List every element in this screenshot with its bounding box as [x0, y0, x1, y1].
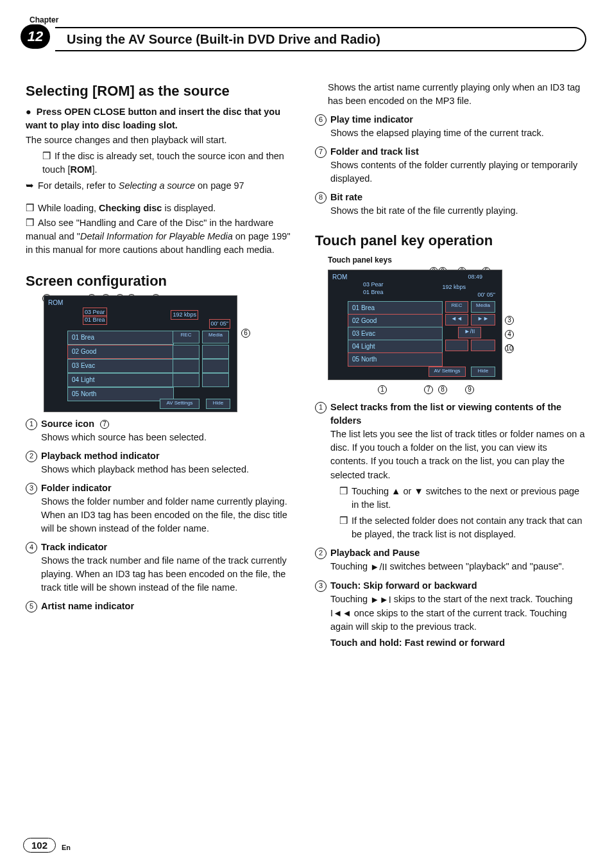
page-number: 102 — [23, 838, 56, 853]
ss-btn — [173, 359, 200, 373]
heading-screen-config: Screen configuration — [26, 271, 297, 291]
skip-back-icon: I◄◄ — [330, 607, 352, 620]
num-circle-1: 1 — [315, 402, 327, 413]
text-pre: Touching — [330, 561, 370, 571]
item-desc: Shows contents of the folder currently p… — [330, 159, 586, 186]
ss-btn — [173, 373, 200, 387]
ss-media-btn: Media — [202, 331, 229, 343]
note-1: While loading, Checking disc is displaye… — [26, 202, 297, 215]
item-body: Select tracks from the list or viewing c… — [330, 401, 586, 541]
ss-track-row: 05 North — [67, 387, 174, 401]
ss-next-btn — [202, 345, 229, 359]
item-body: Track indicator Shows the track number a… — [41, 541, 297, 595]
item-desc: Shows which source has been selected. — [41, 431, 297, 444]
ss-track-row: 04 Light — [67, 373, 174, 387]
ss-rec-btn: REC — [173, 331, 200, 343]
item-title: Playback method indicator — [41, 449, 297, 463]
page-up-icon: ▲ — [391, 485, 400, 498]
num-circle-8: 8 — [315, 192, 327, 204]
item-6: 6 Play time indicator Shows the elapsed … — [315, 113, 586, 140]
op1-sub2: If the selected folder does not contain … — [330, 514, 586, 541]
text: Touching ▲ or ▼ switches to the next or … — [352, 485, 586, 512]
ss-clock: 08:49 — [468, 273, 482, 281]
square-bullet-icon — [26, 203, 38, 213]
text: is displayed. — [162, 203, 216, 213]
item-title: Select tracks from the list or viewing c… — [330, 401, 586, 428]
ss-track-row: 01 Brea — [348, 301, 443, 315]
text: on page 97 — [195, 180, 244, 191]
op-1: 1 Select tracks from the list or viewing… — [315, 401, 586, 541]
item-title: Playback and Pause — [330, 546, 586, 560]
skip-forward-icon: ►►I — [370, 593, 391, 607]
num-circle-3: 3 — [315, 580, 327, 592]
left-column: Selecting [ROM] as the source Press OPEN… — [26, 81, 297, 650]
num-circle-4: 4 — [26, 542, 37, 553]
screenshot-1: ROM 03 Pear 01 Brea 192 kbps 00' 05" 01 … — [44, 295, 237, 412]
text: ]. — [92, 164, 97, 175]
item-desc: Shows the bit rate of the file currently… — [330, 204, 586, 218]
item-body: Bit rate Shows the bit rate of the file … — [330, 191, 586, 218]
ref-italic: Selecting a source — [119, 180, 195, 191]
text: If the selected folder does not contain … — [352, 514, 586, 541]
step-bullet: Press OPEN CLOSE button and insert the d… — [26, 107, 280, 130]
ss-top2: 01 Brea — [83, 315, 107, 325]
screenshot-wrap-1: 1 3 4 5 8 2 6 7 ROM 03 Pear 01 Brea 192 … — [26, 295, 297, 412]
ss-kbps: 192 kbps — [171, 310, 198, 320]
text: While loading, — [38, 203, 99, 213]
callout-10: 10 — [505, 344, 514, 353]
num-circle-7: 7 — [315, 146, 327, 158]
ss-prev-btn — [173, 345, 200, 359]
text-pre: Touching — [352, 486, 391, 496]
num-circle-5: 5 — [26, 601, 37, 612]
ss-time: 00' 05" — [478, 291, 495, 299]
lang-label: En — [62, 844, 71, 851]
ss-rec-btn: REC — [445, 301, 468, 313]
item-title: Bit rate — [330, 191, 586, 204]
item-title: Source icon — [41, 417, 297, 431]
item-desc: The list lets you see the list of track … — [330, 428, 586, 482]
item-2: 2 Playback method indicator Shows which … — [26, 449, 297, 476]
ss-btn — [202, 373, 229, 387]
item-5: 5 Artist name indicator — [26, 600, 297, 613]
item-body: Playback and Pause Touching ►/II switche… — [330, 546, 586, 574]
ss-av-btn: AV Settings — [160, 399, 200, 409]
arrow-icon — [26, 180, 38, 191]
text-post: switches between "playback" and "pause". — [387, 561, 565, 571]
step-1-sub: If the disc is already set, touch the so… — [42, 150, 297, 177]
play-pause-icon: ►/II — [370, 560, 387, 574]
item-8: 8 Bit rate Shows the bit rate of the fil… — [315, 191, 586, 218]
chapter-label: Chapter — [26, 15, 586, 24]
ss-play-icon: ►/II — [458, 327, 481, 338]
item-title: Touch: Skip forward or backward — [330, 579, 586, 593]
item-title: Folder indicator — [41, 482, 297, 495]
callout-7: 7 — [100, 420, 109, 429]
chapter-title-wrap: Using the AV Source (Built-in DVD Drive … — [55, 27, 586, 51]
num-circle-2: 2 — [26, 451, 37, 462]
ss-btn — [202, 359, 229, 373]
square-bullet-icon — [26, 218, 38, 228]
callout-3b: 3 — [505, 316, 514, 325]
op-3: 3 Touch: Skip forward or backward Touchi… — [315, 579, 586, 650]
content-columns: Selecting [ROM] as the source Press OPEN… — [26, 81, 586, 650]
ss-track-row: 05 North — [348, 352, 443, 367]
touch-panel-keys-label: Touch panel keys — [328, 255, 586, 266]
chapter-bar: 12 Using the AV Source (Built-in DVD Dri… — [26, 27, 586, 51]
text-pre: Touching — [330, 594, 370, 604]
ss-btn — [471, 340, 495, 351]
chapter-title: Using the AV Source (Built-in DVD Drive … — [67, 32, 380, 47]
artist-continuation: Shows the artist name currently playing … — [328, 81, 586, 108]
item-title: Artist name indicator — [41, 600, 297, 613]
heading-text-post: ] as the source — [130, 83, 230, 99]
step-1-body: The source changes and then playback wil… — [26, 134, 297, 147]
num-circle-6: 6 — [315, 114, 327, 126]
ss-next-icon: ►► — [471, 314, 495, 326]
right-column: Shows the artist name currently playing … — [315, 81, 586, 650]
item-3: 3 Folder indicator Shows the folder numb… — [26, 482, 297, 535]
item-desc: Shows the track number and file name of … — [41, 554, 297, 595]
callout-4: 4 — [505, 330, 514, 339]
hold-title: Touch and hold: Fast rewind or forward — [330, 636, 586, 650]
item-desc: Touching ►►I skips to the start of the n… — [330, 593, 586, 634]
bold-text: Checking disc — [99, 203, 162, 213]
ss-av-btn: AV Settings — [429, 367, 466, 377]
item-body: Artist name indicator — [41, 600, 297, 613]
